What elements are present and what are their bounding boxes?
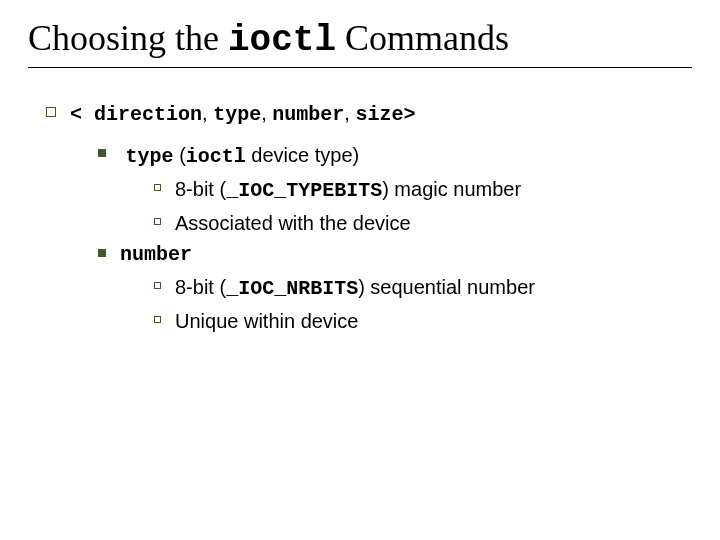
number-sub1-post: ) sequential number	[358, 276, 535, 298]
square-small-hollow-icon	[154, 316, 161, 323]
bullet-text: Associated with the device	[175, 208, 692, 238]
title-post: Commands	[336, 18, 509, 58]
bullet-level1: < direction, type, number, size>	[46, 98, 692, 130]
comma2: ,	[261, 102, 272, 124]
bullet-level2: number	[98, 240, 692, 270]
angle-close: >	[403, 103, 415, 126]
title-code: ioctl	[228, 20, 336, 61]
bullet-text: Unique within device	[175, 306, 692, 336]
number-label: number	[120, 240, 692, 270]
bullet-text: 8-bit (_IOC_TYPEBITS) magic number	[175, 174, 692, 206]
slide-title: Choosing the ioctl Commands	[28, 18, 692, 61]
slide: Choosing the ioctl Commands < direction,…	[0, 0, 720, 540]
bullet-level3: 8-bit (_IOC_NRBITS) sequential number	[154, 272, 692, 304]
bullet-text: 8-bit (_IOC_NRBITS) sequential number	[175, 272, 692, 304]
title-pre: Choosing the	[28, 18, 228, 58]
comma1: ,	[202, 102, 213, 124]
square-small-hollow-icon	[154, 218, 161, 225]
number-token: number	[272, 103, 344, 126]
paren-open: (	[174, 144, 186, 166]
title-underline	[28, 67, 692, 68]
direction-token: direction	[94, 103, 202, 126]
type-tail: device type)	[246, 144, 359, 166]
type-sub1-post: ) magic number	[382, 178, 521, 200]
comma3: ,	[344, 102, 355, 124]
bullet-level3: Associated with the device	[154, 208, 692, 238]
bullet-text: type (ioctl device type)	[120, 140, 692, 172]
bullet-level3: Unique within device	[154, 306, 692, 336]
square-small-hollow-icon	[154, 184, 161, 191]
size-token: size	[355, 103, 403, 126]
square-hollow-icon	[46, 107, 56, 117]
type-label: type	[126, 145, 174, 168]
square-small-hollow-icon	[154, 282, 161, 289]
number-sub1-pre: 8-bit (	[175, 276, 226, 298]
bullet-level3: 8-bit (_IOC_TYPEBITS) magic number	[154, 174, 692, 206]
type-sub1-pre: 8-bit (	[175, 178, 226, 200]
ioctl-label: ioctl	[186, 145, 246, 168]
ioc-nrbits: _IOC_NRBITS	[226, 277, 358, 300]
bullet-level2: type (ioctl device type)	[98, 140, 692, 172]
ioc-typebits: _IOC_TYPEBITS	[226, 179, 382, 202]
square-solid-icon	[98, 149, 106, 157]
type-token: type	[213, 103, 261, 126]
square-solid-icon	[98, 249, 106, 257]
slide-body: < direction, type, number, size> type (i…	[28, 98, 692, 336]
bullet-text: < direction, type, number, size>	[70, 98, 692, 130]
angle-open: <	[70, 103, 94, 126]
